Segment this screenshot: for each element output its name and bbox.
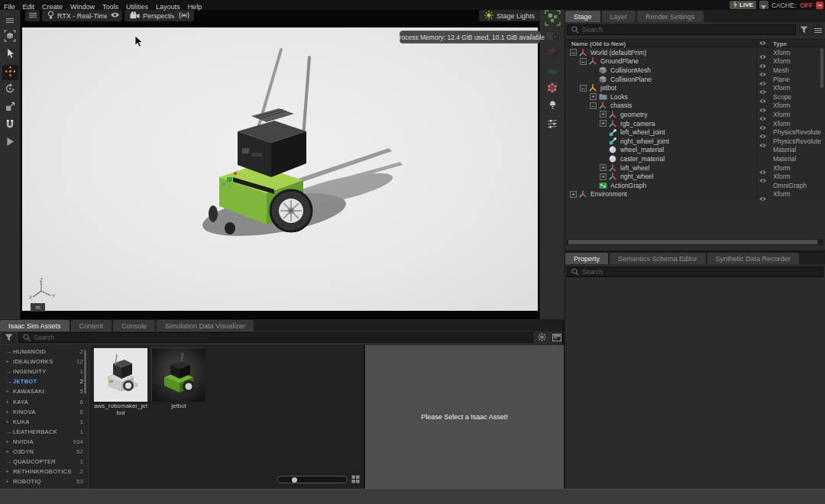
property-search-input[interactable]	[582, 268, 819, 276]
stage-tree-row[interactable]: + Environment Xform	[565, 190, 825, 199]
cache-icon[interactable]	[816, 0, 823, 12]
menu-create[interactable]: Create	[38, 3, 66, 11]
category-idealworks[interactable]: + IDEALWORKS 12	[0, 357, 88, 367]
expander-minus[interactable]: –	[580, 58, 587, 65]
menu-edit[interactable]: Edit	[19, 3, 39, 11]
stage-tree-row[interactable]: + Looks Scope	[565, 92, 825, 102]
menu-tools[interactable]: Tools	[99, 3, 122, 11]
assets-view-button[interactable]	[551, 332, 562, 343]
expander-plus[interactable]: +	[570, 191, 577, 198]
stage-tree-row[interactable]: caster_material Material	[565, 154, 825, 163]
toolbar-drag-handle[interactable]	[2, 12, 18, 27]
thumbnail-size-slider[interactable]	[277, 476, 348, 483]
category-jetbot[interactable]: → JETBOT 2	[0, 376, 88, 386]
viewport-settings-button[interactable]	[543, 118, 561, 131]
stage-search-box[interactable]	[567, 24, 796, 35]
stage-search-input[interactable]	[582, 26, 791, 34]
stage-column-header[interactable]: Name (Old to New) Type	[565, 39, 825, 47]
stage-tree-row[interactable]: left_wheel_joint PhysicsRevolute	[565, 128, 825, 137]
assets-search-input[interactable]	[34, 334, 529, 341]
menu-layouts[interactable]: Layouts	[152, 3, 184, 11]
category-leatherback[interactable]: → LEATHERBACK 1	[0, 427, 88, 437]
stage-horizontal-scrollbar[interactable]	[567, 239, 823, 245]
expander-plus[interactable]: +	[600, 173, 607, 180]
plane-toggle-button[interactable]	[543, 66, 561, 78]
expander-minus[interactable]: –	[580, 85, 587, 92]
expander-plus[interactable]: +	[600, 120, 607, 127]
viewport[interactable]: Z X Y RTX - Real-Time Perspective Stage …	[21, 10, 539, 319]
assets-settings-button[interactable]	[536, 332, 548, 343]
stage-tab-layer[interactable]: Layer	[602, 11, 636, 22]
assets-filter-button[interactable]	[2, 332, 15, 344]
snap-tool-button[interactable]	[2, 118, 18, 133]
category-robotiq[interactable]: + ROBOTIQ 53	[0, 477, 88, 486]
stage-tree-row[interactable]: + rgb_camera Xform	[565, 119, 825, 128]
category-scrollbar[interactable]	[84, 350, 86, 394]
visibility-toggle[interactable]	[759, 191, 769, 205]
stage-tree-row[interactable]: ActionGraph OmniGraph	[565, 181, 825, 190]
rotate-tool-button[interactable]	[2, 82, 18, 98]
camera-toggle-button[interactable]	[543, 31, 561, 43]
property-tab-semantics-schema-editor[interactable]: Semantics Schema Editor	[610, 253, 706, 264]
property-tab-property[interactable]: Property	[565, 253, 608, 264]
live-button[interactable]: LIVE	[730, 1, 756, 9]
property-tab-synthetic-data-recorder[interactable]: Synthetic Data Recorder	[707, 253, 799, 264]
cursor-tool-button[interactable]	[2, 47, 18, 63]
expander-plus[interactable]: +	[590, 93, 597, 100]
category-kinova[interactable]: + KINOVA 6	[0, 407, 88, 417]
play-button[interactable]	[2, 135, 18, 150]
stage-filter-button[interactable]	[798, 24, 810, 35]
asset-item-jetbot[interactable]: jetbot	[151, 347, 206, 409]
assets-tab-content[interactable]: Content	[71, 320, 112, 331]
grid-view-icon[interactable]	[351, 473, 360, 486]
move-tool-button[interactable]	[2, 65, 18, 80]
live-dropdown-button[interactable]	[759, 1, 768, 9]
select-mode-button[interactable]	[2, 30, 18, 45]
asset-thumbnail[interactable]	[93, 347, 147, 401]
assets-search-box[interactable]	[18, 332, 533, 343]
category-o3dyn[interactable]: + O3DYN 52	[0, 447, 88, 457]
stage-tree-row[interactable]: CollisionPlane Plane	[565, 75, 825, 84]
stage-tree-row[interactable]: + geometry Xform	[565, 110, 825, 119]
category-quadcopter[interactable]: → QUADCOPTER 1	[0, 457, 88, 467]
stage-tree-row[interactable]: wheel_material Material	[565, 146, 825, 155]
assets-tab-isaac-sim-assets[interactable]: Isaac Sim Assets	[0, 320, 70, 331]
stage-tab-render-settings[interactable]: Render Settings	[637, 11, 704, 22]
assets-tab-simulation-data-visualizer[interactable]: Simulation Data Visualizer	[157, 320, 254, 331]
stage-tree-row[interactable]: CollisionMesh Mesh	[565, 66, 825, 75]
scale-tool-button[interactable]	[2, 100, 18, 115]
physics-settings-button[interactable]	[543, 83, 561, 95]
stage-tree-row[interactable]: + right_wheel Xform	[565, 172, 825, 181]
assets-tab-console[interactable]: Console	[113, 320, 155, 331]
expander-plus[interactable]: +	[600, 111, 607, 118]
mesh-toggle-button[interactable]	[543, 48, 561, 60]
menu-utilities[interactable]: Utilities	[122, 3, 152, 11]
selection-group-button[interactable]	[543, 13, 561, 25]
stage-tree-row[interactable]: – GroundPlane Xform	[565, 57, 825, 66]
stage-vertical-scrollbar[interactable]	[820, 48, 823, 88]
slider-knob[interactable]	[292, 477, 297, 483]
scrollbar-thumb[interactable]	[568, 240, 817, 244]
category-nvidia[interactable]: + NVIDIA 934	[0, 437, 88, 447]
viewport-canvas[interactable]: Z X Y	[22, 27, 538, 311]
category-kawasaki[interactable]: + KAWASAKI 5	[0, 386, 88, 396]
asset-thumbnail[interactable]	[151, 347, 205, 401]
category-ingenuity[interactable]: → INGENUITY 1	[0, 367, 88, 376]
menu-help[interactable]: Help	[184, 3, 206, 11]
stage-tree-row[interactable]: right_wheel_joint PhysicsRevolute	[565, 137, 825, 146]
category-rethinkrobotics[interactable]: + RETHINKROBOTICS 2	[0, 467, 88, 477]
category-kaya[interactable]: + KAYA 6	[0, 396, 88, 406]
stage-tree-row[interactable]: – jetbot Xform	[565, 83, 825, 92]
stage-lights-button[interactable]: Stage Lights	[479, 10, 540, 21]
asset-item-aws_robomaker_jetbot[interactable]: aws_robomaker_jetbot	[93, 347, 148, 416]
property-search-box[interactable]	[567, 267, 823, 277]
expander-plus[interactable]: +	[600, 164, 607, 171]
light-settings-button[interactable]	[543, 101, 561, 113]
expander-minus[interactable]: –	[590, 102, 597, 109]
stage-tree-row[interactable]: – chassis Xform	[565, 102, 825, 111]
category-kuka[interactable]: + KUKA 1	[0, 417, 88, 427]
stage-tree-row[interactable]: + left_wheel Xform	[565, 163, 825, 173]
stage-options-button[interactable]	[812, 24, 823, 35]
expander-minus[interactable]: –	[570, 49, 577, 56]
stage-tab-stage[interactable]: Stage	[565, 11, 600, 22]
